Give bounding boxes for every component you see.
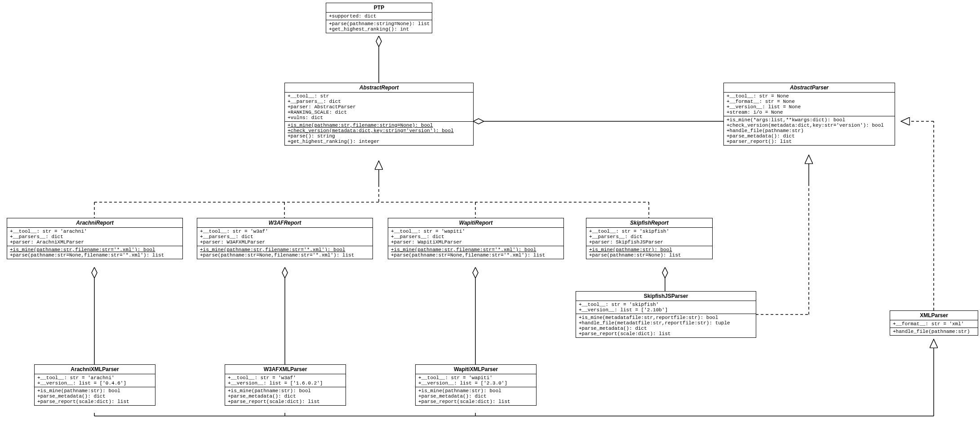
arachnireport-methods: +is_mine(pathname:str,filename:str='*.xm… (7, 246, 182, 259)
class-abstractparser: AbstractParser +__tool__: str = None +__… (723, 83, 895, 146)
wapitireport-title: WapitiReport (388, 218, 563, 228)
skipfishjsparser-attrs: +__tool__: str = 'skipfish' +__version__… (576, 301, 756, 314)
abstractparser-title: AbstractParser (724, 83, 895, 93)
skipfishreport-title: SkipfishReport (586, 218, 712, 228)
xmlparser-methods: +handle_file(pathname:str) (890, 328, 978, 335)
class-skipfishjsparser: SkipfishJSParser +__tool__: str = 'skipf… (576, 291, 756, 338)
wapitixmlparser-title: WapitiXMLParser (416, 365, 536, 374)
uml-connectors (0, 0, 980, 425)
class-ptp: PTP +supported: dict +parse(pathname:str… (326, 3, 432, 33)
skipfishreport-methods: +is_mine(pathname:str): bool +parse(path… (586, 246, 712, 259)
arachnixmlparser-methods: +is_mine(pathname:str): bool +parse_meta… (35, 387, 155, 405)
class-wapitixmlparser: WapitiXMLParser +__tool__: str = 'wapiti… (415, 364, 537, 406)
wapitixmlparser-attrs: +__tool__: str = 'wapiti' +__version__: … (416, 374, 536, 387)
abstractreport-title: AbstractReport (285, 83, 473, 93)
class-wapitireport: WapitiReport +__tool__: str = 'wapiti' +… (388, 218, 564, 259)
class-w3afreport: W3AFReport +__tool__: str = 'w3af' +__pa… (197, 218, 373, 259)
xmlparser-title: XMLParser (890, 311, 978, 320)
w3afreport-title: W3AFReport (197, 218, 372, 228)
class-skipfishreport: SkipfishReport +__tool__: str = 'skipfis… (586, 218, 713, 259)
class-abstractreport: AbstractReport +__tool__: str +__parsers… (284, 83, 474, 146)
skipfishreport-attrs: +__tool__: str = 'skipfish' +__parsers__… (586, 228, 712, 246)
arachnixmlparser-title: ArachniXMLParser (35, 365, 155, 374)
ptp-methods: +parse(pathname:string=None): list +get_… (326, 20, 432, 33)
class-xmlparser: XMLParser +__format__: str = 'xml' +hand… (890, 310, 978, 336)
ptp-title: PTP (326, 3, 432, 13)
abstractparser-methods: +is_mine(*args:list,**kwargs:dict): bool… (724, 116, 895, 145)
arachnixmlparser-attrs: +__tool__: str = 'arachni' +__version__:… (35, 374, 155, 387)
ptp-attrs: +supported: dict (326, 13, 432, 20)
w3afxmlparser-title: W3AFXMLParser (225, 365, 346, 374)
class-w3afxmlparser: W3AFXMLParser +__tool__: str = 'w3af' +_… (225, 364, 346, 406)
w3afxmlparser-methods: +is_mine(pathname:str): bool +parse_meta… (225, 387, 346, 405)
abstractreport-attrs: +__tool__: str +__parsers__: dict +parse… (285, 93, 473, 122)
w3afxmlparser-attrs: +__tool__: str = 'w3af' +__version__: li… (225, 374, 346, 387)
w3afreport-methods: +is_mine(pathname:str,filename:str='*.xm… (197, 246, 372, 259)
class-arachnireport: ArachniReport +__tool__: str = 'arachni'… (7, 218, 183, 259)
wapitireport-attrs: +__tool__: str = 'wapiti' +__parsers__: … (388, 228, 563, 246)
w3afreport-attrs: +__tool__: str = 'w3af' +__parsers__: di… (197, 228, 372, 246)
wapitixmlparser-methods: +is_mine(pathname:str): bool +parse_meta… (416, 387, 536, 405)
arachnireport-attrs: +__tool__: str = 'arachni' +__parsers__:… (7, 228, 182, 246)
xmlparser-attrs: +__format__: str = 'xml' (890, 320, 978, 328)
arachnireport-title: ArachniReport (7, 218, 182, 228)
class-arachnixmlparser: ArachniXMLParser +__tool__: str = 'arach… (34, 364, 155, 406)
skipfishjsparser-methods: +is_mine(metadatafile:str,reportfile:str… (576, 314, 756, 337)
abstractreport-methods: +is_mine(pathname:str,filename:string=No… (285, 122, 473, 145)
wapitireport-methods: +is_mine(pathname:str,filename:str='*.xm… (388, 246, 563, 259)
skipfishjsparser-title: SkipfishJSParser (576, 292, 756, 301)
abstractparser-attrs: +__tool__: str = None +__format__: str =… (724, 93, 895, 116)
